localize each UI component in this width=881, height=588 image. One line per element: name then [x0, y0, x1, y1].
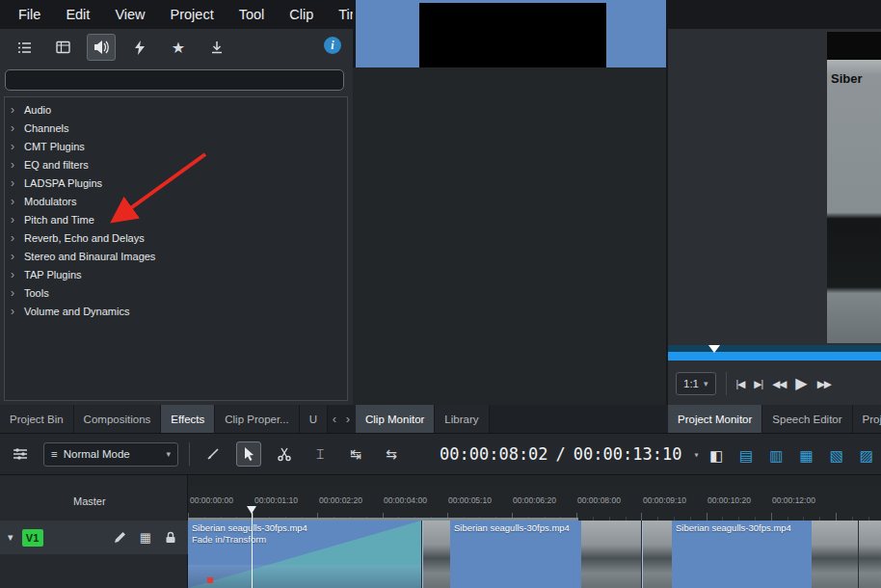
- effects-category-reverb-echo-delays[interactable]: ›Reverb, Echo and Delays: [5, 228, 347, 247]
- chevron-right-icon[interactable]: ›: [11, 104, 18, 116]
- clip-name: Siberian seagulls-30fps.mp4: [192, 522, 307, 533]
- menu-item-clip[interactable]: Clip: [277, 0, 326, 29]
- clip-thumbnail[interactable]: [859, 521, 881, 588]
- effects-category-eq-and-filters[interactable]: ›EQ and filters: [5, 155, 347, 174]
- mix-clips-button[interactable]: ⌶: [307, 441, 333, 467]
- go-to-zone-end-button[interactable]: ▶|: [754, 379, 762, 389]
- tab-effects[interactable]: Effects: [161, 405, 215, 433]
- track-name-badge[interactable]: V1: [22, 529, 43, 547]
- menu-item-project[interactable]: Project: [158, 0, 227, 29]
- info-button[interactable]: i: [324, 37, 341, 54]
- download-effects-button[interactable]: [202, 34, 231, 61]
- edit-track-icon[interactable]: [114, 531, 126, 544]
- forward-button[interactable]: ▶▶: [817, 379, 831, 389]
- video-effects-button[interactable]: [48, 34, 77, 61]
- chevron-right-icon[interactable]: ›: [11, 196, 18, 207]
- timeline-clip[interactable]: Siberian seagulls-30fps.mp4: [422, 521, 641, 588]
- audio-effects-button[interactable]: [87, 34, 116, 61]
- effects-category-channels[interactable]: ›Channels: [5, 119, 347, 137]
- show-video-thumbnails-button[interactable]: ▤: [739, 448, 753, 463]
- chevron-right-icon[interactable]: ›: [11, 269, 18, 281]
- selection-tool-button[interactable]: [236, 441, 261, 467]
- effects-category-stereo-binaural[interactable]: ›Stereo and Binaural Images: [5, 247, 347, 265]
- effects-category-ladspa-plugins[interactable]: ›LADSPA Plugins: [5, 174, 347, 192]
- track-v1-lane[interactable]: Siberian seagulls-30fps.mp4 Fade in/Tran…: [188, 521, 881, 588]
- fit-zoom-button[interactable]: ▨: [860, 448, 873, 463]
- tab-library[interactable]: Library: [435, 405, 489, 433]
- chevron-right-icon[interactable]: ›: [11, 177, 18, 189]
- edit-mode-dropdown[interactable]: ≡ Normal Mode ▾: [43, 442, 178, 467]
- spacer-tool-button[interactable]: ↹: [343, 441, 368, 467]
- tab-scroll-right-button[interactable]: ›: [341, 405, 355, 433]
- zoom-level-dropdown[interactable]: 1:1▾: [676, 372, 716, 395]
- kdenlive-window: File Edit View Project Tool Clip Timelin…: [0, 0, 881, 588]
- chevron-right-icon[interactable]: ›: [11, 159, 18, 171]
- effects-category-tools[interactable]: ›Tools: [5, 283, 347, 302]
- effects-categories-button[interactable]: [10, 34, 39, 61]
- effects-category-pitch-and-time[interactable]: ›Pitch and Time: [5, 210, 347, 228]
- timeline-clip[interactable]: Siberian seagulls-30fps.mp4: [642, 521, 858, 588]
- effects-category-modulators[interactable]: ›Modulators: [5, 192, 347, 210]
- keyframe-marker[interactable]: [207, 577, 213, 583]
- favorites-button[interactable]: ★: [164, 34, 193, 61]
- clip-monitor-video[interactable]: [419, 3, 606, 67]
- effects-category-audio[interactable]: ›Audio: [5, 100, 347, 119]
- video-effect-icon: [56, 40, 70, 54]
- clip-thumbnail-strip: [188, 565, 421, 588]
- chevron-right-icon[interactable]: ›: [11, 306, 18, 317]
- menu-item-file[interactable]: File: [6, 0, 53, 29]
- tab-scroll-left-button[interactable]: ‹: [328, 405, 341, 433]
- master-track-button[interactable]: Master: [0, 489, 188, 514]
- seek-progress-bar: [668, 352, 881, 361]
- custom-effects-button[interactable]: [125, 34, 154, 61]
- chevron-down-icon[interactable]: ▾: [693, 449, 699, 460]
- effects-category-tap-plugins[interactable]: ›TAP Plugins: [5, 265, 347, 283]
- tab-undo-history[interactable]: U: [300, 405, 328, 433]
- tab-project-notes[interactable]: Project N: [853, 405, 881, 433]
- thumbnails-toggle-icon[interactable]: ▦: [140, 531, 151, 544]
- razor-tool-button[interactable]: [200, 441, 226, 467]
- effects-category-volume-dynamics[interactable]: ›Volume and Dynamics: [5, 302, 347, 320]
- track-header-v1[interactable]: ▾ V1 ▦: [0, 521, 188, 554]
- show-markers-button[interactable]: ▦: [799, 448, 813, 463]
- chevron-right-icon[interactable]: ›: [11, 287, 18, 299]
- tab-speech-editor[interactable]: Speech Editor: [762, 405, 852, 433]
- clip-thumbnail: [581, 521, 641, 588]
- play-button[interactable]: ▶: [795, 376, 807, 391]
- category-label: Modulators: [24, 196, 76, 207]
- menu-item-edit[interactable]: Edit: [53, 0, 102, 29]
- tab-project-bin[interactable]: Project Bin: [0, 405, 74, 433]
- tab-clip-monitor[interactable]: Clip Monitor: [356, 405, 435, 433]
- show-audio-thumbnails-button[interactable]: ▥: [769, 448, 783, 463]
- tab-project-monitor[interactable]: Project Monitor: [668, 405, 762, 433]
- tab-clip-properties[interactable]: Clip Proper...: [215, 405, 299, 433]
- chevron-right-icon[interactable]: ›: [11, 214, 18, 226]
- tab-compositions[interactable]: Compositions: [74, 405, 162, 433]
- snap-toggle-button[interactable]: ▧: [830, 448, 843, 463]
- download-icon: [210, 40, 224, 54]
- project-monitor-seekbar[interactable]: [668, 345, 881, 361]
- effects-search-input[interactable]: [5, 69, 344, 91]
- menu-item-tool[interactable]: Tool: [227, 0, 278, 29]
- timeline-ruler[interactable]: 00:00:00:00 00:00:01:10 00:00:02:20 00:0…: [188, 487, 881, 521]
- timeline-playhead[interactable]: [252, 507, 253, 588]
- collapse-track-icon[interactable]: ▾: [8, 531, 13, 544]
- menu-item-view[interactable]: View: [102, 0, 157, 29]
- lock-track-icon[interactable]: [165, 531, 176, 544]
- chevron-right-icon[interactable]: ›: [11, 251, 18, 262]
- seek-playhead-marker[interactable]: [708, 345, 720, 353]
- chevron-right-icon[interactable]: ›: [11, 232, 18, 244]
- chevron-right-icon[interactable]: ›: [11, 122, 18, 134]
- effects-category-cmt-plugins[interactable]: ›CMT Plugins: [5, 137, 347, 155]
- chevron-right-icon[interactable]: ›: [11, 141, 18, 152]
- cut-clip-button[interactable]: [272, 441, 297, 467]
- category-label: Volume and Dynamics: [24, 306, 129, 317]
- timeline-clip[interactable]: Siberian seagulls-30fps.mp4 Fade in/Tran…: [188, 521, 421, 588]
- speaker-icon: [93, 40, 110, 55]
- video-burned-in-text: Siber: [831, 71, 863, 86]
- ripple-tool-button[interactable]: ⇆: [379, 441, 404, 467]
- track-settings-button[interactable]: [8, 441, 33, 467]
- rewind-button[interactable]: ◀◀: [772, 379, 786, 389]
- go-to-zone-start-button[interactable]: |◀: [736, 379, 745, 389]
- split-view-button[interactable]: ◧: [709, 448, 723, 463]
